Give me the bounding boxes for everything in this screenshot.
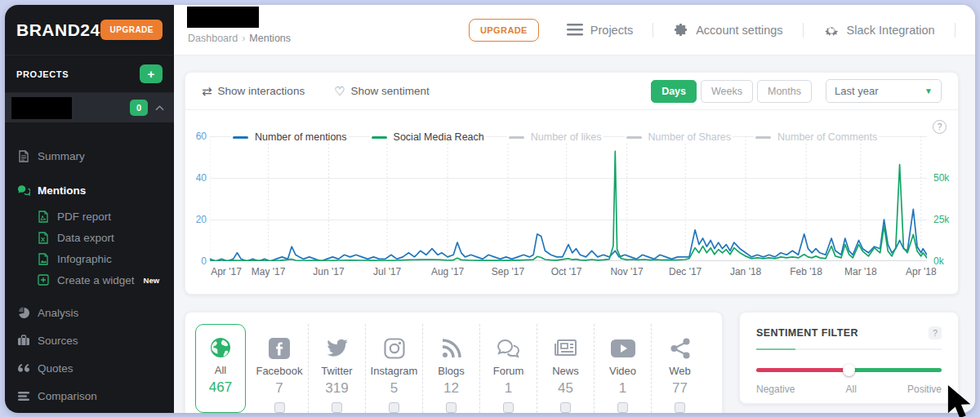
chart-legend: Number of mentionsSocial Media ReachNumb… <box>231 131 879 143</box>
source-filter-twitter[interactable]: Twitter319 <box>308 324 365 413</box>
sidebar-item-pdf-report[interactable]: PDF report <box>5 206 174 227</box>
show-interactions-toggle[interactable]: ⇄ Show interactions <box>202 85 305 97</box>
topbar-upgrade-button[interactable]: UPGRADE <box>469 19 539 42</box>
x-axis: Apr '17May '17Jun '17Jul '17Aug '17Sep '… <box>210 266 927 279</box>
x-axis-label: Oct '17 <box>551 266 582 277</box>
source-count: 1 <box>505 380 512 397</box>
video-icon <box>611 336 635 361</box>
x-axis-label: Mar '18 <box>844 266 877 277</box>
source-checkbox[interactable] <box>560 402 571 413</box>
legend-number-of-comments[interactable]: Number of Comments <box>754 131 879 143</box>
sidebar-item-label: Quotes <box>38 362 74 375</box>
source-checkbox[interactable] <box>446 402 457 413</box>
chevron-down-icon: ▼ <box>924 87 933 95</box>
excel-file-icon <box>37 231 50 244</box>
forum-icon <box>497 336 521 361</box>
legend-number-of-mentions[interactable]: Number of mentions <box>231 131 349 143</box>
source-checkbox[interactable] <box>503 402 514 413</box>
chevron-up-icon[interactable] <box>155 105 164 111</box>
sidebar-upgrade-button[interactable]: UPGRADE <box>100 20 163 40</box>
sidebar-item-infographic[interactable]: Infographic <box>5 248 174 269</box>
breadcrumb-separator: › <box>242 33 245 44</box>
source-filter-video[interactable]: Video1 <box>594 324 651 413</box>
source-checkbox[interactable] <box>389 402 399 413</box>
instagram-icon <box>384 336 405 361</box>
x-axis-label: Aug '17 <box>431 266 464 277</box>
source-filter-news[interactable]: News45 <box>537 324 594 413</box>
source-filter-all[interactable]: All467 <box>195 324 246 413</box>
project-row[interactable]: 0 <box>5 93 174 122</box>
x-axis-label: Jul '17 <box>373 266 401 277</box>
mentions-reach-line-chart[interactable] <box>210 136 927 261</box>
source-checkbox[interactable] <box>617 402 628 413</box>
projects-row: PROJECTS + <box>5 55 174 93</box>
cog-icon <box>823 22 840 38</box>
heart-icon: ♡ <box>334 85 345 97</box>
source-label: Forum <box>493 365 524 377</box>
breadcrumb-dashboard[interactable]: Dashboard <box>188 33 238 44</box>
gear-icon <box>673 22 688 38</box>
legend-dash <box>755 136 771 139</box>
period-days-button[interactable]: Days <box>651 80 697 103</box>
source-filter-instagram[interactable]: Instagram5 <box>365 324 422 413</box>
facebook-icon <box>269 336 290 361</box>
globe-icon <box>209 335 232 360</box>
period-weeks-button[interactable]: Weeks <box>701 80 753 103</box>
source-label: All <box>215 364 226 376</box>
sidebar-item-label: PDF report <box>57 211 111 223</box>
source-checkbox[interactable] <box>332 402 342 413</box>
sentiment-slider-negative-track[interactable] <box>756 368 849 372</box>
sentiment-labels: Negative All Positive <box>756 384 942 395</box>
source-label: Web <box>669 365 691 377</box>
brand24-logo: BRAND24 <box>16 20 100 40</box>
share-icon <box>670 336 690 361</box>
source-label: Video <box>609 365 636 377</box>
page-title-redacted <box>187 7 259 28</box>
source-filter-forum[interactable]: Forum1 <box>479 324 537 413</box>
source-checkbox[interactable] <box>274 402 285 413</box>
nav-item-account-settings[interactable]: Account settings <box>673 22 782 38</box>
add-project-button[interactable]: + <box>140 64 163 83</box>
sidebar-item-summary[interactable]: Summary <box>5 142 174 170</box>
sidebar-item-create-a-widget[interactable]: Create a widgetNew <box>5 269 174 291</box>
period-months-button[interactable]: Months <box>757 80 812 103</box>
nav-item-projects[interactable]: Projects <box>567 24 633 37</box>
sidebar-item-label: Data export <box>57 232 114 244</box>
legend-number-of-shares[interactable]: Number of Shares <box>625 131 733 143</box>
legend-number-of-likes[interactable]: Number of likes <box>507 131 604 143</box>
sidebar-item-sources[interactable]: Sources <box>5 326 174 354</box>
show-sentiment-toggle[interactable]: ♡ Show sentiment <box>334 85 430 97</box>
source-checkbox[interactable] <box>675 402 685 413</box>
sentiment-help-icon[interactable]: ? <box>929 326 942 339</box>
sidebar-item-mentions[interactable]: Mentions <box>5 176 174 204</box>
projects-label: PROJECTS <box>16 69 69 79</box>
sidebar-menu: SummaryMentionsPDF reportData exportInfo… <box>5 122 174 410</box>
sidebar-item-data-export[interactable]: Data export <box>5 227 174 248</box>
news-icon <box>554 336 578 361</box>
pdf-file-icon <box>37 210 50 223</box>
legend-social-media-reach[interactable]: Social Media Reach <box>370 131 486 143</box>
chart-controls-row: ⇄ Show interactions ♡ Show sentiment Day… <box>185 73 958 110</box>
nav-item-slack-integration[interactable]: Slack Integration <box>823 22 935 38</box>
breadcrumb-mentions: Mentions <box>249 33 291 44</box>
sentiment-slider-handle[interactable] <box>843 364 855 376</box>
source-filter-web[interactable]: Web77 <box>651 324 708 413</box>
source-count: 1 <box>619 380 626 397</box>
source-filter-blogs[interactable]: Blogs12 <box>422 324 479 413</box>
twitter-icon <box>326 336 349 361</box>
source-label: Facebook <box>256 365 302 377</box>
date-range-select[interactable]: Last year ▼ <box>826 79 942 103</box>
x-axis-label: Jan '18 <box>730 266 761 277</box>
pie-chart-icon <box>17 306 30 319</box>
sidebar-item-analysis[interactable]: Analysis <box>5 299 174 326</box>
sources-filter-card: All467Facebook7Twitter319Instagram5Blogs… <box>185 312 723 413</box>
source-filter-facebook[interactable]: Facebook7 <box>251 324 308 413</box>
x-axis-label: Apr '17 <box>211 266 242 277</box>
sentiment-slider[interactable] <box>756 364 942 376</box>
sidebar-item-quotes[interactable]: Quotes <box>5 354 174 382</box>
sidebar-item-comparison[interactable]: Comparison <box>5 382 174 410</box>
chart-help-icon[interactable]: ? <box>933 120 947 134</box>
nav-divider <box>955 23 956 38</box>
sentiment-filter-card: SENTIMENT FILTER ? Negative All Positive <box>739 312 959 404</box>
sentiment-slider-positive-track[interactable] <box>849 368 942 372</box>
